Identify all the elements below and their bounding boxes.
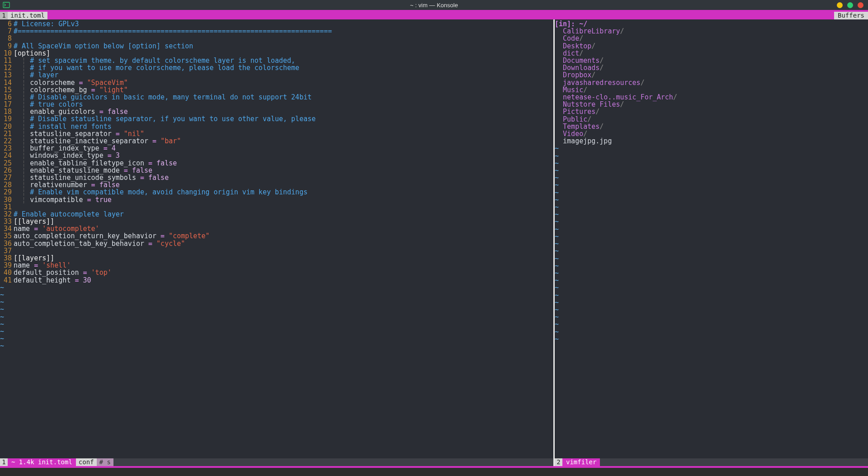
code-line[interactable]: name = 'autocomplete' bbox=[14, 225, 553, 232]
code-line[interactable] bbox=[14, 35, 553, 42]
code-content[interactable]: # License: GPLv3#=======================… bbox=[14, 20, 553, 458]
window-titlebar: ~ : vim — Konsole bbox=[0, 0, 868, 10]
code-line[interactable] bbox=[14, 247, 553, 254]
code-line[interactable]: ¦ buffer_index_type = 4 bbox=[14, 145, 553, 152]
file-tree-dir[interactable]: Public/ bbox=[555, 116, 868, 123]
code-line[interactable]: auto_completion_tab_key_behavior = "cycl… bbox=[14, 240, 553, 247]
window-controls bbox=[837, 2, 863, 8]
code-line[interactable]: default_height = 30 bbox=[14, 277, 553, 284]
window-number-left: 1 bbox=[0, 458, 8, 466]
code-line[interactable]: ¦ vimcompatible = true bbox=[14, 196, 553, 203]
file-tree-file[interactable]: imagejpg.jpg bbox=[555, 137, 868, 145]
code-line[interactable]: ¦ statusline_separator = "nil" bbox=[14, 130, 553, 137]
window-title: ~ : vim — Konsole bbox=[410, 2, 458, 9]
file-tree-dir[interactable]: Video/ bbox=[555, 130, 868, 137]
code-line[interactable]: ¦ # true colors bbox=[14, 101, 553, 108]
buffer-name-tab[interactable]: init.toml bbox=[8, 12, 47, 19]
buffers-label[interactable]: Buffers bbox=[834, 12, 868, 19]
file-tree[interactable]: [in]: ~/ CalibreLibrary/ Code/ Desktop/ … bbox=[555, 19, 868, 458]
file-tree-dir[interactable]: Desktop/ bbox=[555, 42, 868, 50]
code-line[interactable]: #=======================================… bbox=[14, 28, 553, 35]
statusline-left: 1 ~ 1.4k init.toml conf # s bbox=[0, 458, 553, 466]
status-filetype: conf bbox=[76, 458, 97, 466]
code-line[interactable]: ¦ enable_tabline_filetype_icon = false bbox=[14, 160, 553, 167]
file-tree-dir[interactable]: netease-clo..music_For_Arch/ bbox=[555, 94, 868, 101]
code-line[interactable]: ¦ # install nerd fonts bbox=[14, 123, 553, 130]
statusline-right: 2 vimfiler bbox=[555, 458, 868, 466]
line-number-gutter: 6789101112131415161718192021222324252627… bbox=[0, 20, 14, 458]
code-line[interactable]: # License: GPLv3 bbox=[14, 20, 553, 28]
status-panel-name: vimfiler bbox=[562, 458, 600, 466]
window-number-right: 2 bbox=[555, 458, 562, 466]
code-line[interactable]: ¦ statusline_inactive_separator = "bar" bbox=[14, 137, 553, 145]
code-line[interactable]: default_position = 'top' bbox=[14, 269, 553, 276]
code-line[interactable]: ¦ enable_guicolors = false bbox=[14, 108, 553, 115]
code-line[interactable]: auto_completion_return_key_behavior = "c… bbox=[14, 232, 553, 240]
file-tree-dir[interactable]: Code/ bbox=[555, 35, 868, 42]
buffer-index[interactable]: 1 bbox=[0, 12, 8, 19]
code-line[interactable]: ¦ colorscheme_bg = "light" bbox=[14, 86, 553, 94]
file-tree-dir[interactable]: Templates/ bbox=[555, 123, 868, 130]
file-tree-dir[interactable]: Downloads/ bbox=[555, 64, 868, 71]
code-line[interactable]: # All SpaceVim option below [option] sec… bbox=[14, 42, 553, 50]
file-tree-dir[interactable]: Dropbox/ bbox=[555, 71, 868, 79]
file-tree-dir[interactable]: Music/ bbox=[555, 86, 868, 94]
code-line[interactable]: [[layers]] bbox=[14, 254, 553, 262]
tabline: 1 init.toml Buffers bbox=[0, 12, 868, 19]
minimize-button[interactable] bbox=[837, 2, 843, 8]
code-line[interactable]: ¦ # Disable statusline separator, if you… bbox=[14, 115, 553, 123]
close-button[interactable] bbox=[858, 2, 863, 8]
code-line[interactable]: [[layers]] bbox=[14, 218, 553, 225]
code-line[interactable]: ¦ # set spacevim theme. by default color… bbox=[14, 57, 553, 64]
file-tree-dir[interactable]: javasharedresources/ bbox=[555, 79, 868, 86]
code-line[interactable]: ¦ colorscheme = "SpaceVim" bbox=[14, 79, 553, 86]
file-tree-dir[interactable]: Documents/ bbox=[555, 57, 868, 64]
code-line[interactable] bbox=[14, 203, 553, 211]
file-tree-header[interactable]: [in]: ~/ bbox=[555, 20, 868, 28]
file-tree-dir[interactable]: CalibreLibrary/ bbox=[555, 28, 868, 35]
code-line[interactable]: ¦ enable_statusline_mode = false bbox=[14, 167, 553, 174]
svg-rect-0 bbox=[3, 2, 9, 8]
code-line[interactable]: ¦ statusline_unicode_symbols = false bbox=[14, 174, 553, 181]
code-line[interactable]: ¦ windows_index_type = 3 bbox=[14, 152, 553, 159]
code-line[interactable]: # Enable autocomplete layer bbox=[14, 211, 553, 218]
status-extra: # s bbox=[97, 458, 113, 466]
editor-pane[interactable]: 6789101112131415161718192021222324252627… bbox=[0, 19, 553, 466]
file-tree-dir[interactable]: Nutstore Files/ bbox=[555, 101, 868, 108]
status-file-info: ~ 1.4k init.toml bbox=[8, 458, 76, 466]
vimfiler-pane[interactable]: [in]: ~/ CalibreLibrary/ Code/ Desktop/ … bbox=[555, 19, 868, 466]
file-tree-dir[interactable]: Pictures/ bbox=[555, 108, 868, 115]
terminal-icon bbox=[3, 1, 10, 9]
code-line[interactable]: ¦ # layer bbox=[14, 71, 553, 79]
code-line[interactable]: name = 'shell' bbox=[14, 262, 553, 269]
code-line[interactable]: ¦ # Enable vim compatible mode, avoid ch… bbox=[14, 189, 553, 196]
file-tree-dir[interactable]: dict/ bbox=[555, 50, 868, 57]
code-line[interactable]: ¦ # if you want to use more colorscheme,… bbox=[14, 64, 553, 71]
code-line[interactable]: ¦ # Disable guicolors in basic mode, man… bbox=[14, 94, 553, 101]
code-line[interactable]: ¦ relativenumber = false bbox=[14, 181, 553, 189]
code-line[interactable]: [options] bbox=[14, 50, 553, 57]
maximize-button[interactable] bbox=[847, 2, 853, 8]
